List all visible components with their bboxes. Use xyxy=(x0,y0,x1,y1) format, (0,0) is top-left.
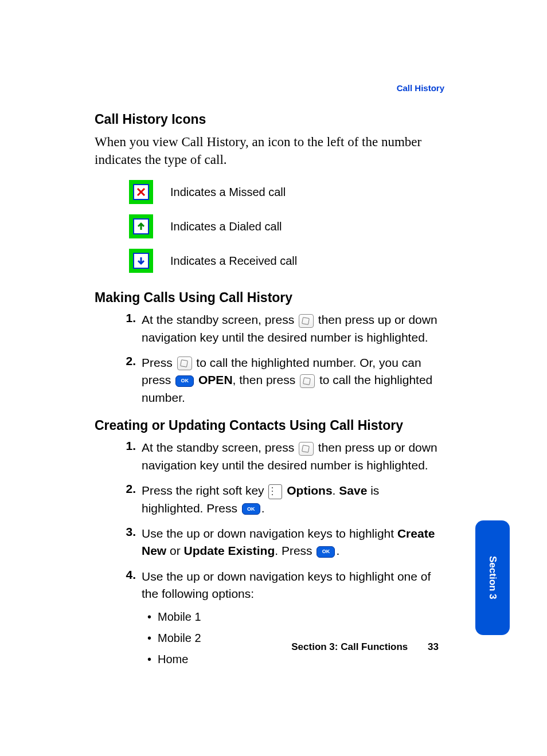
icon-legend-table: Indicates a Missed call Indicates a Dial… xyxy=(129,180,439,273)
send-key-icon xyxy=(299,314,314,328)
missed-call-icon xyxy=(129,180,153,204)
page-footer: Section 3: Call Functions 33 xyxy=(95,641,439,653)
step-text: At the standby screen, press then press … xyxy=(142,311,439,346)
send-key-icon xyxy=(300,374,315,388)
ok-key-icon: OK xyxy=(242,503,260,515)
icon-row-missed: Indicates a Missed call xyxy=(129,180,439,204)
making-calls-steps: 1. At the standby screen, press then pre… xyxy=(95,311,439,406)
icon-row-received: Indicates a Received call xyxy=(129,249,439,273)
step-number: 1. xyxy=(116,311,136,325)
heading-making-calls: Making Calls Using Call History xyxy=(95,290,439,305)
heading-creating-updating: Creating or Updating Contacts Using Call… xyxy=(95,418,439,433)
step-number: 2. xyxy=(116,482,136,496)
list-item: Mobile 1 xyxy=(158,609,439,625)
step-number: 1. xyxy=(116,439,136,453)
page-number: 33 xyxy=(428,641,439,652)
intro-paragraph: When you view Call History, an icon to t… xyxy=(95,133,439,169)
received-call-label: Indicates a Received call xyxy=(170,254,297,268)
missed-call-label: Indicates a Missed call xyxy=(170,186,286,199)
section-tab: Section 3 xyxy=(475,520,510,635)
ok-key-icon: OK xyxy=(175,375,194,387)
icon-row-dialed: Indicates a Dialed call xyxy=(129,214,439,238)
step-text: Use the up or down navigation keys to hi… xyxy=(142,525,439,560)
received-call-icon xyxy=(129,249,153,273)
step-text: Press to call the highlighted number. Or… xyxy=(142,354,439,406)
heading-call-history-icons: Call History Icons xyxy=(95,112,439,127)
step-number: 4. xyxy=(116,568,136,582)
section-tab-label: Section 3 xyxy=(487,556,498,600)
creating-contacts-steps: 1. At the standby screen, press then pre… xyxy=(95,439,439,672)
send-key-icon xyxy=(177,357,192,370)
step-text: At the standby screen, press then press … xyxy=(142,439,439,474)
list-item: Home xyxy=(158,651,439,668)
step-text: Press the right soft key Options. Save i… xyxy=(142,482,439,517)
right-soft-key-icon xyxy=(268,484,282,499)
ok-key-icon: OK xyxy=(317,546,335,558)
step-number: 3. xyxy=(116,525,136,539)
header-section-link: Call History xyxy=(397,83,444,93)
step-text: Use the up or down navigation keys to hi… xyxy=(142,568,439,672)
footer-section: Section 3: Call Functions xyxy=(291,641,408,652)
dialed-call-icon xyxy=(129,214,153,238)
send-key-icon xyxy=(299,442,314,456)
options-list: Mobile 1 Mobile 2 Home xyxy=(142,609,439,668)
step-number: 2. xyxy=(116,354,136,368)
dialed-call-label: Indicates a Dialed call xyxy=(170,220,282,233)
